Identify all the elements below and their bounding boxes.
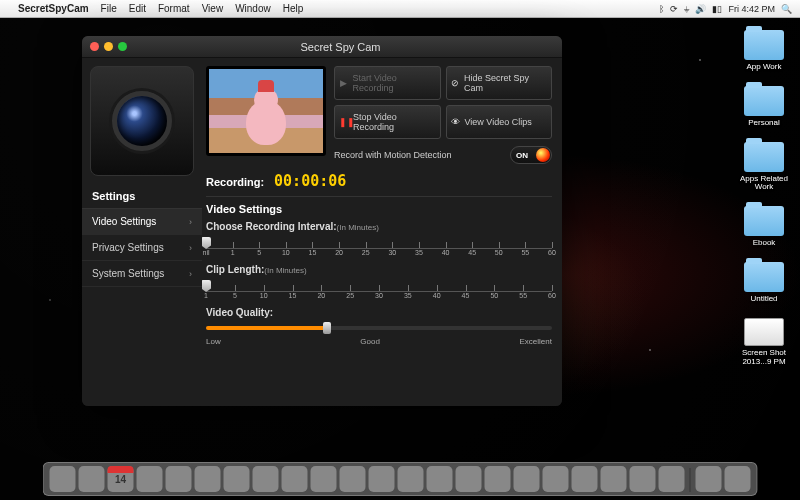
menu-help[interactable]: Help	[283, 3, 304, 14]
bluetooth-icon[interactable]: ᛒ	[659, 4, 664, 14]
menu-edit[interactable]: Edit	[129, 3, 146, 14]
quality-good: Good	[360, 337, 380, 346]
dock-app-20[interactable]	[601, 466, 627, 492]
dock-app-23[interactable]	[696, 466, 722, 492]
wifi-icon[interactable]: ⏚	[684, 4, 689, 14]
sidebar-item-privacy[interactable]: Privacy Settings ›	[82, 235, 202, 261]
stop-recording-button[interactable]: ❚❚ Stop Video Recording	[334, 105, 441, 139]
window-controls	[90, 42, 127, 51]
motion-detection-label: Record with Motion Detection	[334, 150, 452, 160]
dock-app-17[interactable]	[514, 466, 540, 492]
battery-icon[interactable]: ▮▯	[712, 4, 722, 14]
recording-timer: 00:00:06	[274, 172, 346, 190]
zoom-button[interactable]	[118, 42, 127, 51]
dock-app-5[interactable]	[166, 466, 192, 492]
sidebar-heading: Settings	[82, 184, 202, 209]
desktop-icons: App Work Personal Apps Related Work Eboo…	[738, 30, 790, 366]
chevron-right-icon: ›	[189, 243, 192, 253]
dock-app-11[interactable]	[340, 466, 366, 492]
dock-safari[interactable]	[79, 466, 105, 492]
app-window: Secret Spy Cam Settings Video Settings ›…	[82, 36, 562, 406]
folder-app-work[interactable]: App Work	[738, 30, 790, 72]
quality-low: Low	[206, 337, 221, 346]
sidebar-item-system[interactable]: System Settings ›	[82, 261, 202, 287]
dock-app-12[interactable]	[369, 466, 395, 492]
folder-ebook[interactable]: Ebook	[738, 206, 790, 248]
dock-settings[interactable]	[137, 466, 163, 492]
dock-app-21[interactable]	[630, 466, 656, 492]
interval-slider[interactable]: nil151015202530354045505560	[206, 234, 552, 258]
interval-label: Choose Recording Interval:(In Minutes)	[206, 221, 552, 232]
folder-personal[interactable]: Personal	[738, 86, 790, 128]
motion-detection-toggle[interactable]: ON	[510, 146, 552, 164]
folder-apps-related[interactable]: Apps Related Work	[738, 142, 790, 193]
app-logo	[90, 66, 194, 176]
view-clips-button[interactable]: 👁 View Video Clips	[446, 105, 553, 139]
folder-untitled[interactable]: Untitled	[738, 262, 790, 304]
screenshot-file[interactable]: Screen Shot 2013...9 PM	[738, 318, 790, 367]
dock-app-22[interactable]	[659, 466, 685, 492]
dock-app-19[interactable]	[572, 466, 598, 492]
chevron-right-icon: ›	[189, 217, 192, 227]
quality-slider[interactable]	[206, 322, 552, 334]
dock-app-10[interactable]	[311, 466, 337, 492]
clip-length-slider[interactable]: 151015202530354045505560	[206, 277, 552, 301]
sidebar-item-video[interactable]: Video Settings ›	[82, 209, 202, 235]
dock-app-7[interactable]	[224, 466, 250, 492]
menu-file[interactable]: File	[101, 3, 117, 14]
hide-app-button[interactable]: ⊘ Hide Secret Spy Cam	[446, 66, 553, 100]
dock-app-13[interactable]	[398, 466, 424, 492]
eye-icon: 👁	[451, 117, 461, 127]
sidebar-item-label: System Settings	[92, 268, 164, 279]
toggle-knob-icon	[536, 148, 550, 162]
sidebar-item-label: Video Settings	[92, 216, 156, 227]
dock-app-9[interactable]	[282, 466, 308, 492]
spotlight-icon[interactable]: 🔍	[781, 4, 792, 14]
menu-format[interactable]: Format	[158, 3, 190, 14]
dock-finder[interactable]	[50, 466, 76, 492]
clock[interactable]: Fri 4:42 PM	[728, 4, 775, 14]
video-settings-heading: Video Settings	[206, 196, 552, 215]
sync-icon[interactable]: ⟳	[670, 4, 678, 14]
video-preview	[206, 66, 326, 156]
menubar: SecretSpyCam File Edit Format View Windo…	[0, 0, 800, 18]
start-recording-button[interactable]: ▶ Start Video Recording	[334, 66, 441, 100]
hide-icon: ⊘	[451, 78, 461, 88]
dock-skype[interactable]	[543, 466, 569, 492]
menu-view[interactable]: View	[202, 3, 224, 14]
menu-window[interactable]: Window	[235, 3, 271, 14]
camera-lens-icon	[112, 91, 172, 151]
dock-app-6[interactable]	[195, 466, 221, 492]
dock-trash[interactable]	[725, 466, 751, 492]
app-menu[interactable]: SecretSpyCam	[18, 3, 89, 14]
sidebar-item-label: Privacy Settings	[92, 242, 164, 253]
volume-icon[interactable]: 🔊	[695, 4, 706, 14]
dock-chrome[interactable]	[485, 466, 511, 492]
recording-label: Recording:	[206, 176, 264, 188]
close-button[interactable]	[90, 42, 99, 51]
pause-icon: ❚❚	[339, 117, 349, 127]
quality-excellent: Excellent	[520, 337, 552, 346]
window-title: Secret Spy Cam	[127, 41, 554, 53]
clip-length-label: Clip Length:(In Minutes)	[206, 264, 552, 275]
dock-app-8[interactable]	[253, 466, 279, 492]
play-icon: ▶	[339, 78, 348, 88]
minimize-button[interactable]	[104, 42, 113, 51]
quality-label: Video Quality:	[206, 307, 552, 318]
dock-calendar[interactable]	[108, 466, 134, 492]
chevron-right-icon: ›	[189, 269, 192, 279]
menubar-status: ᛒ ⟳ ⏚ 🔊 ▮▯ Fri 4:42 PM 🔍	[659, 4, 792, 14]
dock	[43, 462, 758, 496]
dock-app-15[interactable]	[456, 466, 482, 492]
titlebar[interactable]: Secret Spy Cam	[82, 36, 562, 58]
dock-app-14[interactable]	[427, 466, 453, 492]
